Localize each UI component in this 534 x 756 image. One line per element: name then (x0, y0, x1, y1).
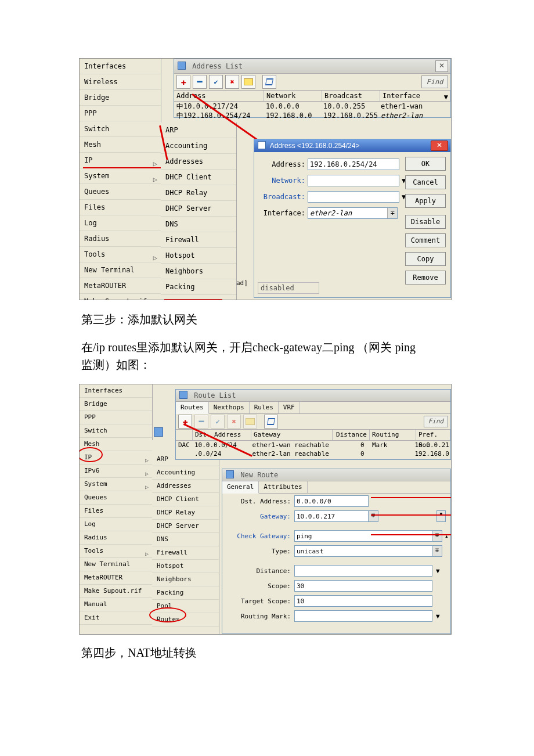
menu-ppp[interactable]: PPP (80, 411, 152, 424)
menu-tools[interactable]: Tools▷ (80, 545, 152, 558)
comment-button[interactable] (241, 75, 255, 89)
address-input[interactable] (308, 159, 399, 170)
menu-files[interactable]: Files (80, 200, 161, 215)
submenu-addresses[interactable]: Addresses (161, 154, 236, 170)
table-row[interactable]: .0.0/24 ether2-lan reachable 0 192.168.0 (176, 449, 450, 458)
submenu-hotspot[interactable]: Hotspot (161, 248, 236, 264)
remove-button[interactable]: ━ (193, 75, 207, 89)
submenu-dns[interactable]: DNS (161, 217, 236, 232)
col-network[interactable]: Network (264, 91, 322, 101)
menu-metarouter[interactable]: MetaROUTER (80, 278, 161, 294)
menu-ip[interactable]: IP▷ (80, 153, 161, 168)
tab-vrf[interactable]: VRF (279, 402, 300, 413)
submenu-dhcp-relay[interactable]: DHCP Relay (161, 185, 236, 201)
tab-rules[interactable]: Rules (250, 402, 279, 413)
remove-button[interactable]: Remove (405, 271, 446, 285)
distance-input[interactable] (294, 565, 432, 577)
col-pref-sou[interactable]: Pref. Sou (416, 430, 450, 440)
menu-new-terminal[interactable]: New Terminal (80, 558, 152, 571)
submenu-accounting[interactable]: Accounting (152, 466, 219, 480)
gateway-input[interactable] (294, 510, 369, 522)
col-broadcast[interactable]: Broadcast (322, 91, 380, 101)
tab-general[interactable]: General (222, 481, 259, 494)
copy-button[interactable]: Copy (405, 252, 446, 266)
submenu-dhcp-client[interactable]: DHCP Client (152, 493, 219, 506)
up-icon[interactable]: ▴ (445, 532, 449, 540)
target-scope-input[interactable] (294, 595, 432, 607)
tab-routes[interactable]: Routes (176, 402, 209, 414)
menu-mesh[interactable]: Mesh (80, 137, 161, 153)
menu-interfaces[interactable]: Interfaces (80, 384, 152, 398)
menu-bridge[interactable]: Bridge (80, 398, 152, 411)
submenu-firewall[interactable]: Firewall (161, 232, 236, 248)
menu-manual[interactable]: Manual (80, 598, 152, 611)
filter-button[interactable] (262, 75, 276, 89)
add-button[interactable]: ✚ (176, 75, 190, 89)
comment-button[interactable] (243, 415, 257, 429)
menu-switch[interactable]: Switch (80, 424, 152, 438)
menu-tools[interactable]: Tools▷ (80, 247, 161, 262)
enable-button[interactable]: ✔ (211, 415, 225, 429)
scope-input[interactable] (294, 580, 432, 592)
disable-button[interactable]: ✖ (225, 75, 239, 89)
broadcast-input[interactable] (308, 191, 399, 203)
dst-address-input[interactable] (294, 495, 369, 507)
menu-metarouter[interactable]: MetaROUTER (80, 571, 152, 585)
submenu-dhcp-server[interactable]: DHCP Server (152, 520, 219, 533)
interface-select[interactable]: ether2-lan ∓ (308, 207, 398, 219)
submenu-dhcp-relay[interactable]: DHCP Relay (152, 506, 219, 520)
dropdown-icon[interactable]: ∓ (368, 510, 378, 522)
menu-ppp[interactable]: PPP (80, 106, 161, 121)
filter-button[interactable] (264, 415, 278, 429)
submenu-dns[interactable]: DNS (152, 533, 219, 546)
menu-system[interactable]: System▷ (80, 478, 152, 491)
submenu-hotspot[interactable]: Hotspot (152, 560, 219, 573)
menu-log[interactable]: Log (80, 518, 152, 531)
col-interface[interactable]: Interface (380, 91, 450, 101)
dropdown-icon[interactable]: ∓ (432, 545, 442, 557)
menu-interfaces[interactable]: Interfaces (80, 59, 161, 74)
dropdown-icon[interactable]: ▼ (436, 567, 440, 575)
type-input[interactable] (294, 545, 432, 557)
submenu-dhcp-server[interactable]: DHCP Server (161, 201, 236, 217)
disable-button[interactable]: ✖ (227, 415, 241, 429)
table-row[interactable]: 中192.168.0.254/24 192.168.0.0 192.168.0.… (174, 111, 450, 120)
col-gateway[interactable]: Gateway (251, 430, 333, 440)
submenu-dhcp-client[interactable]: DHCP Client (161, 170, 236, 185)
submenu-neighbors[interactable]: Neighbors (152, 573, 219, 586)
menu-queues[interactable]: Queues (80, 491, 152, 505)
tab-attributes[interactable]: Attributes (259, 481, 307, 493)
submenu-packing[interactable]: Packing (152, 586, 219, 600)
menu-radius[interactable]: Radius (80, 231, 161, 247)
menu-exit[interactable]: Exit (80, 611, 152, 625)
enable-button[interactable]: ✔ (209, 75, 223, 89)
find-button[interactable]: Find (421, 75, 448, 88)
menu-new-terminal[interactable]: New Terminal (80, 262, 161, 278)
menu-switch[interactable]: Switch (80, 121, 161, 137)
close-icon[interactable]: ✕ (431, 141, 448, 151)
submenu-accounting[interactable]: Accounting (161, 138, 236, 154)
dropdown-icon[interactable]: ▼ (444, 93, 448, 101)
submenu-addresses[interactable]: Addresses (152, 480, 219, 493)
close-icon[interactable]: ✕ (435, 60, 448, 72)
menu-files[interactable]: Files (80, 505, 152, 518)
menu-make-supout[interactable]: Make Supout.rif (80, 294, 161, 300)
menu-bridge[interactable]: Bridge (80, 90, 161, 106)
disable-button[interactable]: Disable (405, 215, 446, 229)
col-address[interactable]: Address (174, 91, 264, 101)
routing-mark-input[interactable] (294, 610, 432, 622)
remove-button[interactable]: ━ (194, 415, 208, 429)
find-button[interactable]: Find (424, 416, 448, 427)
menu-ipv6[interactable]: IPv6▷ (80, 465, 152, 478)
menu-make-supout[interactable]: Make Supout.rif (80, 585, 152, 598)
apply-button[interactable]: Apply (405, 194, 446, 208)
cancel-button[interactable]: Cancel (405, 175, 446, 189)
col-routing-mark[interactable]: Routing Mark (370, 430, 416, 440)
menu-queues[interactable]: Queues (80, 184, 161, 200)
submenu-neighbors[interactable]: Neighbors (161, 264, 236, 279)
dropdown-icon[interactable]: ∓ (432, 530, 442, 542)
col-distance[interactable]: Distance (333, 430, 370, 440)
menu-log[interactable]: Log (80, 215, 161, 231)
menu-radius[interactable]: Radius (80, 531, 152, 545)
comment-button[interactable]: Comment (405, 233, 446, 247)
